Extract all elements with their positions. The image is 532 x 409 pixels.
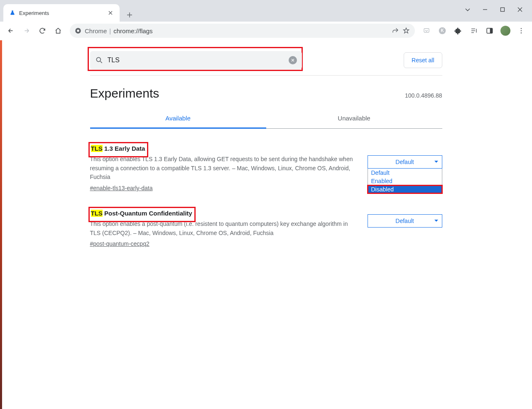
tabs-row: Available Unavailable <box>90 108 442 129</box>
experiment-select[interactable]: Default <box>368 214 442 228</box>
search-box <box>90 51 302 69</box>
tab-title: Experiments <box>19 10 104 16</box>
extensions-puzzle-icon[interactable] <box>451 24 465 37</box>
page-title-row: Experiments 100.0.4896.88 <box>90 76 442 108</box>
version-text: 100.0.4896.88 <box>405 92 442 99</box>
reading-list-icon[interactable] <box>467 24 481 37</box>
left-accent-bar <box>0 40 2 409</box>
browser-toolbar: Chrome | chrome://flags K <box>0 22 532 40</box>
svg-point-9 <box>521 30 522 32</box>
side-panel-icon[interactable] <box>483 24 496 37</box>
svg-point-11 <box>96 57 101 61</box>
clear-search-icon[interactable] <box>289 56 297 64</box>
address-text: Chrome | chrome://flags <box>85 27 152 34</box>
dropdown-option-disabled[interactable]: Disabled <box>368 185 442 193</box>
new-tab-button[interactable] <box>123 8 136 22</box>
chevron-down-icon[interactable] <box>465 7 471 12</box>
back-button[interactable] <box>4 24 17 37</box>
svg-text:K: K <box>441 28 444 33</box>
address-bar[interactable]: Chrome | chrome://flags <box>70 24 415 38</box>
close-window-icon[interactable] <box>517 7 523 12</box>
tab-available[interactable]: Available <box>90 108 266 128</box>
experiment-item: TLS Post-Quantum Confidentiality This op… <box>90 209 442 265</box>
experiment-description: This option enables a post-quantum (i.e.… <box>90 220 358 238</box>
svg-point-8 <box>521 28 522 29</box>
dropdown-option-enabled[interactable]: Enabled <box>368 177 442 185</box>
forward-button <box>20 24 33 37</box>
window-titlebar: Experiments <box>0 0 532 22</box>
flask-icon <box>9 10 16 16</box>
profile-avatar[interactable] <box>499 24 512 37</box>
reload-button[interactable] <box>36 24 49 37</box>
experiment-dropdown: Default Enabled Disabled <box>368 169 442 194</box>
svg-rect-0 <box>501 8 505 12</box>
chevron-down-icon <box>434 160 439 164</box>
search-input[interactable] <box>108 56 284 64</box>
dropdown-option-default[interactable]: Default <box>368 169 442 177</box>
experiment-item: TLS 1.3 Early Data This option enables T… <box>90 144 442 209</box>
content-scroll[interactable]: Reset all Experiments 100.0.4896.88 Avai… <box>0 40 532 409</box>
home-button[interactable] <box>51 24 65 37</box>
search-icon <box>95 56 103 64</box>
svg-rect-7 <box>490 28 493 33</box>
chrome-logo-icon <box>75 27 81 34</box>
k-extension-icon[interactable]: K <box>436 24 449 37</box>
window-controls <box>465 0 532 12</box>
reset-all-button[interactable]: Reset all <box>404 52 442 68</box>
minimize-icon[interactable] <box>482 7 488 12</box>
experiment-title: TLS Post-Quantum Confidentiality <box>90 209 193 217</box>
flags-header: Reset all <box>90 45 442 76</box>
chevron-down-icon <box>434 219 439 223</box>
experiment-hash-link[interactable]: #post-quantum-cecpq2 <box>90 240 150 247</box>
experiment-select[interactable]: Default <box>368 155 442 169</box>
close-tab-icon[interactable] <box>107 10 114 16</box>
page-title: Experiments <box>90 86 159 100</box>
browser-tab[interactable]: Experiments <box>3 4 120 22</box>
tab-unavailable[interactable]: Unavailable <box>266 108 442 128</box>
kebab-menu-icon[interactable] <box>515 24 528 37</box>
maximize-icon[interactable] <box>500 7 505 12</box>
bookmark-star-icon[interactable] <box>402 27 410 34</box>
pocket-icon[interactable] <box>420 24 433 37</box>
share-icon[interactable] <box>392 27 399 34</box>
svg-point-2 <box>77 29 79 32</box>
tab-strip: Experiments <box>0 0 136 22</box>
experiment-title: TLS 1.3 Early Data <box>90 144 146 152</box>
experiment-hash-link[interactable]: #enable-tls13-early-data <box>90 185 153 191</box>
experiments-list: TLS 1.3 Early Data This option enables T… <box>90 129 442 265</box>
svg-point-10 <box>521 32 522 34</box>
experiment-description: This option enables TLS 1.3 Early Data, … <box>90 155 358 182</box>
